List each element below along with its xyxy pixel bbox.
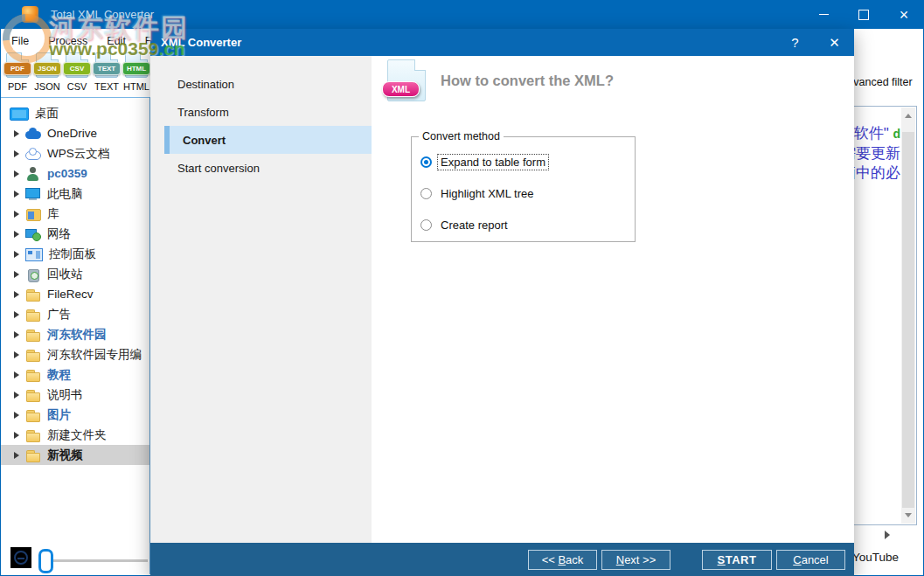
dialog-controls: ? ✕ xyxy=(775,29,854,56)
tree-item-河东软件园[interactable]: 河东软件园 xyxy=(1,324,149,344)
expand-arrow-icon[interactable] xyxy=(14,211,19,218)
tree-item-桌面[interactable]: 桌面 xyxy=(1,103,149,123)
toolbar: PDF PDF JSON JSON CSV CSV TEXT TEXT HTML… xyxy=(3,52,151,98)
folder-icon xyxy=(25,388,41,402)
expand-arrow-icon[interactable] xyxy=(14,371,19,378)
step-convert[interactable]: Convert xyxy=(164,126,372,154)
scroll-down-icon[interactable] xyxy=(905,513,912,517)
toolbar-item-html[interactable]: HTML HTML xyxy=(122,52,151,98)
step-destination[interactable]: Destination xyxy=(150,70,372,98)
expand-arrow-icon[interactable] xyxy=(14,351,19,358)
back-button[interactable]: << Back xyxy=(528,550,597,570)
tree-item-河东软件园专用编[interactable]: 河东软件园专用编 xyxy=(1,344,149,364)
expand-arrow-icon[interactable] xyxy=(14,432,19,439)
step-start-conversion[interactable]: Start conversion xyxy=(150,154,372,182)
control-panel-icon xyxy=(25,248,43,261)
window-title: Total XML Converter xyxy=(51,8,154,21)
menu-item-file[interactable]: File xyxy=(2,32,38,51)
folder-icon xyxy=(25,288,41,302)
scroll-up-icon[interactable] xyxy=(905,114,912,118)
next-button[interactable]: Next >> xyxy=(601,550,670,570)
tree-item-pc0359[interactable]: pc0359 xyxy=(1,163,149,184)
maximize-button[interactable] xyxy=(844,0,884,29)
tree-item-图片[interactable]: 图片 xyxy=(1,405,149,425)
desktop-icon xyxy=(10,108,29,121)
expand-arrow-icon[interactable] xyxy=(14,130,19,137)
menu-bar: FileProcessEditFavorites xyxy=(2,32,150,51)
expand-arrow-icon[interactable] xyxy=(14,150,19,157)
tree-item-新视频[interactable]: 新视频 xyxy=(1,445,149,465)
dialog-help-button[interactable]: ? xyxy=(775,29,815,56)
wizard-steps: Destination Transform Convert Start conv… xyxy=(150,56,372,543)
radio-icon[interactable] xyxy=(420,156,432,168)
expand-arrow-icon[interactable] xyxy=(14,291,19,298)
expand-arrow-icon[interactable] xyxy=(14,452,19,459)
tree-item-网络[interactable]: 网络 xyxy=(1,224,149,244)
radio-icon[interactable] xyxy=(420,188,432,199)
radio-option-create-report[interactable]: Create report xyxy=(412,209,635,240)
step-transform[interactable]: Transform xyxy=(150,98,372,126)
vertical-scrollbar[interactable] xyxy=(901,108,915,524)
scroll-right-icon[interactable] xyxy=(885,531,890,539)
xml-file-icon: XML xyxy=(387,59,426,101)
tree-item-此电脑[interactable]: 此电脑 xyxy=(1,184,149,204)
cancel-button[interactable]: Cancel xyxy=(776,550,845,570)
convert-method-options: Expand to table form Highlight XML tree … xyxy=(412,146,635,240)
menu-item-process[interactable]: Process xyxy=(38,32,97,51)
expand-arrow-icon[interactable] xyxy=(14,392,19,399)
minimize-button[interactable] xyxy=(803,0,844,29)
folder-icon xyxy=(25,428,41,442)
tree-item-onedrive[interactable]: OneDrive xyxy=(1,123,149,143)
tree-item-说明书[interactable]: 说明书 xyxy=(1,385,149,405)
toolbar-item-json[interactable]: JSON JSON xyxy=(32,52,62,98)
toolbar-item-pdf[interactable]: PDF PDF xyxy=(3,52,32,98)
computer-icon xyxy=(25,187,41,201)
slider-handle[interactable] xyxy=(38,549,53,573)
dialog-close-button[interactable]: ✕ xyxy=(815,29,854,56)
expand-arrow-icon[interactable] xyxy=(14,251,19,258)
radio-icon[interactable] xyxy=(420,219,432,231)
tree-item-控制面板[interactable]: 控制面板 xyxy=(1,244,149,264)
radio-option-expand-to-table-form[interactable]: Expand to table form xyxy=(412,146,635,177)
file-tree-panel: 桌面 OneDrive WPS云文档 pc0359 此电脑 库 网络 控制面板 … xyxy=(1,97,150,542)
close-button[interactable]: × xyxy=(884,0,924,29)
expand-arrow-icon[interactable] xyxy=(14,191,19,198)
start-button[interactable]: START xyxy=(702,550,772,570)
menu-item-favorites[interactable]: Favorites xyxy=(135,32,150,51)
cloud-outline-icon xyxy=(25,147,41,161)
thumbnail-size-slider[interactable] xyxy=(43,559,148,562)
scrollbar-thumb[interactable] xyxy=(902,132,914,508)
expand-arrow-icon[interactable] xyxy=(14,311,19,318)
minimize-icon xyxy=(819,14,829,15)
menu-item-edit[interactable]: Edit xyxy=(97,32,135,51)
tree-item-教程[interactable]: 教程 xyxy=(1,364,149,385)
tree-item-wps云文档[interactable]: WPS云文档 xyxy=(1,143,149,163)
dialog-heading: How to convert the XML? xyxy=(441,73,614,89)
tree-item-库[interactable]: 库 xyxy=(1,204,149,224)
zoom-out-icon[interactable] xyxy=(10,547,31,568)
tree-item-新建文件夹[interactable]: 新建文件夹 xyxy=(1,425,149,445)
radio-option-highlight-xml-tree[interactable]: Highlight XML tree xyxy=(412,177,635,209)
maximize-icon xyxy=(858,10,869,20)
network-icon xyxy=(25,227,41,241)
app-icon xyxy=(22,6,38,23)
expand-arrow-icon[interactable] xyxy=(14,170,19,177)
main-window: Total XML Converter × FileProcessEditFav… xyxy=(0,0,924,576)
tree-item-回收站[interactable]: 回收站 xyxy=(1,264,149,284)
tree-item-filerecv[interactable]: FileRecv xyxy=(1,284,149,304)
group-title: Convert method xyxy=(419,130,504,142)
youtube-label[interactable]: YouTube xyxy=(852,551,899,564)
toolbar-item-text[interactable]: TEXT TEXT xyxy=(92,52,122,98)
expand-arrow-icon[interactable] xyxy=(14,331,19,338)
expand-arrow-icon[interactable] xyxy=(14,231,19,238)
file-type-icon: CSV xyxy=(66,52,88,78)
expand-arrow-icon[interactable] xyxy=(14,271,19,278)
dialog-titlebar[interactable]: XML Converter ? ✕ xyxy=(150,29,854,56)
zoom-slider-row xyxy=(1,542,150,574)
folder-icon xyxy=(25,328,41,342)
toolbar-item-csv[interactable]: CSV CSV xyxy=(62,52,92,98)
tree-item-广告[interactable]: 广告 xyxy=(1,304,149,324)
file-type-icon: TEXT xyxy=(95,52,118,78)
dialog-bottom-bar: << BackNext >>STARTCancel xyxy=(150,543,854,576)
expand-arrow-icon[interactable] xyxy=(14,412,19,419)
